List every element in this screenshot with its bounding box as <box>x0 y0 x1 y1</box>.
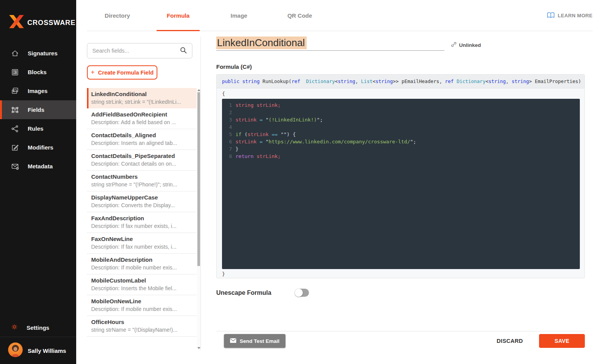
discard-button[interactable]: DISCARD <box>497 338 523 344</box>
field-list-item[interactable]: ContactDetails_AlignedDescription: Inser… <box>87 129 197 150</box>
sidebar-item-label: Rules <box>28 125 43 132</box>
send-test-email-button[interactable]: Send Test Email <box>224 334 285 348</box>
field-item-name: FaxOnNewLine <box>91 236 193 242</box>
sidebar-item-signatures[interactable]: Signatures <box>0 44 76 63</box>
search-input[interactable] <box>92 48 180 54</box>
field-item-name: AddFieldBasedOnRecipient <box>91 111 193 118</box>
field-item-description: Description: Contact details on on... <box>91 161 193 167</box>
field-list-item[interactable]: LinkedInConditionalstring strLink; strLi… <box>87 88 197 108</box>
field-list-item[interactable]: MobileOnNewLineDescription: If mobile nu… <box>87 295 197 316</box>
sidebar-item-metadata[interactable]: Metadata <box>0 157 76 176</box>
code-token: " <box>265 116 269 123</box>
code-open-brace: { <box>217 88 584 99</box>
code-token: RunLookup( <box>262 78 291 84</box>
envelope-icon <box>230 338 236 344</box>
field-item-name: MobileCustomLabel <box>91 277 193 284</box>
field-list-scrollbar[interactable] <box>197 88 200 350</box>
code-token: } <box>235 145 239 153</box>
field-item-description: Description: If fax number exists, i... <box>91 244 193 250</box>
tab-formula[interactable]: Formula <box>148 0 209 31</box>
tab-qr-code[interactable]: QR Code <box>269 0 330 31</box>
sidebar-item-fields[interactable]: Fields <box>0 100 76 119</box>
sidebar-item-label: Modifiers <box>28 144 53 151</box>
code-signature-line: public string RunLookup(ref Dictionary<s… <box>217 75 584 88</box>
code-token: string strLink; <box>235 101 280 109</box>
field-list-item[interactable]: AddFieldBasedOnRecipientDescription: Add… <box>87 108 197 129</box>
sidebar-item-modifiers[interactable]: Modifiers <box>0 138 76 157</box>
field-list-item[interactable]: ContactNumbersstring strPhone = "(!Phone… <box>87 171 197 191</box>
modifiers-icon <box>10 143 20 152</box>
crossware-logo[interactable]: CROSSWARE <box>0 0 76 35</box>
create-formula-field-label: Create Formula Field <box>98 70 154 76</box>
sidebar-item-blocks[interactable]: Blocks <box>0 63 76 81</box>
scrollbar-up-arrow-icon[interactable] <box>197 89 200 91</box>
field-title-wrap: LinkedInConditional <box>216 37 444 51</box>
field-title-input[interactable]: LinkedInConditional <box>216 37 307 49</box>
field-list-item[interactable]: MobileAndDescriptionDescription: If mobi… <box>87 254 197 274</box>
sidebar-item-settings[interactable]: Settings <box>0 318 76 337</box>
line-number: 4 <box>222 123 232 131</box>
code-token: == <box>272 131 280 138</box>
formula-code-panel: public string RunLookup(ref Dictionary<s… <box>216 74 585 278</box>
field-list-item[interactable]: FaxOnNewLineDescription: If fax number e… <box>87 233 197 254</box>
link-status[interactable]: Unlinked <box>451 42 481 48</box>
learn-more-link[interactable]: LEARN MORE <box>547 12 593 20</box>
code-token: strLink <box>247 131 272 138</box>
field-list-item[interactable]: FaxAndDescriptionDescription: If fax num… <box>87 212 197 233</box>
unescape-formula-row: Unescape Formula <box>216 289 585 297</box>
app-window: CROSSWARE SignaturesBlocksImagesFieldsRu… <box>0 0 611 364</box>
code-token: = <box>260 116 266 123</box>
code-token <box>300 78 306 84</box>
search-icon[interactable] <box>180 47 187 55</box>
unescape-formula-toggle[interactable] <box>295 289 309 297</box>
code-token: < <box>335 78 338 84</box>
code-line: 2 <box>222 109 580 116</box>
line-number: 6 <box>222 138 232 145</box>
sidebar-item-label: Metadata <box>28 163 53 170</box>
code-token: ref <box>445 78 457 84</box>
sidebar-item-images[interactable]: Images <box>0 81 76 100</box>
scrollbar-thumb[interactable] <box>197 92 200 266</box>
field-list-item[interactable]: DisplayNameUpperCaseDescription: Convert… <box>87 191 197 212</box>
sidebar-item-label: Blocks <box>28 69 47 75</box>
tab-image[interactable]: Image <box>209 0 269 31</box>
scrollbar-down-arrow-icon[interactable] <box>197 347 200 349</box>
images-icon <box>10 86 20 96</box>
create-formula-field-button[interactable]: + Create Formula Field <box>87 65 157 80</box>
field-item-name: MobileAndDescription <box>91 256 193 263</box>
code-token: return <box>235 153 257 160</box>
code-line: 1string strLink; <box>222 101 580 109</box>
code-editor[interactable]: 1string strLink;23strLink = "(!LinkedInL… <box>222 99 580 269</box>
crossware-logo-icon <box>8 15 25 31</box>
logo-text: CROSSWARE <box>27 19 75 27</box>
code-token: , <box>355 78 361 84</box>
field-item-description: Description: If mobile number exis... <box>91 306 193 312</box>
code-token: "; <box>317 116 323 123</box>
field-item-description: Description: Inserts an aligned tab... <box>91 140 193 146</box>
code-token: strLink <box>235 116 260 123</box>
field-list-item[interactable]: ContactDetails_PipeSeparatedDescription:… <box>87 150 197 171</box>
field-list-item[interactable]: OfficeHoursstring strName = "(!DisplayNa… <box>87 316 197 337</box>
code-token: < <box>486 78 489 84</box>
user-account[interactable]: Sally Williams <box>0 337 76 364</box>
search-box <box>87 43 192 58</box>
line-number: 7 <box>222 145 232 153</box>
tab-directory[interactable]: Directory <box>87 0 148 31</box>
formula-section-label: Formula (C#) <box>216 63 585 70</box>
save-button[interactable]: SAVE <box>539 334 585 348</box>
line-number: 2 <box>222 109 232 116</box>
code-line: 4 <box>222 123 580 131</box>
fields-panel: + Create Formula Field LinkedInCondition… <box>87 31 201 364</box>
field-list: LinkedInConditionalstring strLink; strLi… <box>87 88 197 337</box>
field-list-item[interactable]: MobileCustomLabelDescription: Inserts th… <box>87 274 197 295</box>
code-token: string <box>376 78 393 84</box>
sidebar-item-label: Fields <box>28 106 44 113</box>
code-token: >> pEmailHeaders, <box>393 78 445 84</box>
sidebar-nav: SignaturesBlocksImagesFieldsRulesModifie… <box>0 44 76 176</box>
line-number: 3 <box>222 116 232 123</box>
code-token: < <box>372 78 376 84</box>
code-token: if <box>235 131 244 138</box>
field-item-description: string strName = "(!DisplayName!)... <box>91 327 193 333</box>
sidebar-item-rules[interactable]: Rules <box>0 119 76 138</box>
field-item-name: OfficeHours <box>91 319 193 325</box>
